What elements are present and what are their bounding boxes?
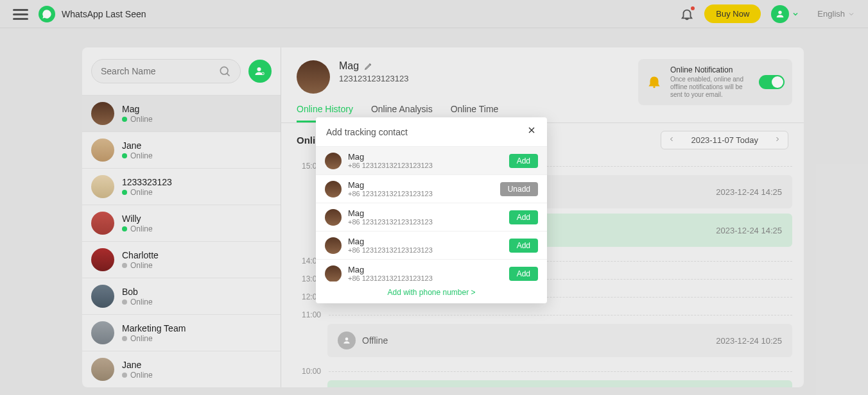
modal-contact-name: Mag — [348, 180, 433, 190]
modal-contact-item: Mag +86 123123132123123123 Add — [316, 203, 547, 231]
modal-contact-name: Mag — [348, 265, 433, 274]
modal-contact-item: Mag +86 123123132123123123 Add — [316, 231, 547, 260]
modal-contact-name: Mag — [348, 152, 433, 162]
add-button[interactable]: Add — [509, 154, 538, 168]
modal-contact-name: Mag — [348, 208, 433, 218]
modal-avatar — [325, 209, 342, 226]
modal-avatar — [325, 181, 342, 198]
modal-contact-item: Mag +86 123123132123123123 Unadd — [316, 175, 547, 203]
modal-avatar — [325, 237, 342, 254]
modal-avatar — [325, 265, 342, 282]
add-button[interactable]: Add — [509, 210, 538, 224]
modal-contact-number: +86 123123132123123123 — [348, 246, 433, 254]
add-button[interactable]: Add — [509, 239, 538, 253]
modal-contact-item: Mag +86 123123132123123123 Add — [316, 147, 547, 175]
modal-contact-number: +86 123123132123123123 — [348, 274, 433, 282]
modal-contact-name: Mag — [348, 237, 433, 246]
modal-contact-item: Mag +86 123123132123123123 Add — [316, 260, 547, 282]
modal-contact-number: +86 123123132123123123 — [348, 162, 433, 169]
add-button[interactable]: Add — [509, 267, 538, 281]
modal-close-button[interactable] — [526, 125, 537, 139]
modal-avatar — [325, 153, 342, 169]
modal-title: Add tracking contact — [326, 127, 408, 137]
modal-list: Mag +86 123123132123123123 Add Mag +86 1… — [316, 147, 547, 282]
unadd-button[interactable]: Unadd — [500, 182, 538, 196]
modal-contact-number: +86 123123132123123123 — [348, 190, 433, 198]
add-with-phone-link[interactable]: Add with phone number > — [387, 288, 475, 297]
close-icon — [526, 125, 537, 135]
modal-contact-number: +86 123123132123123123 — [348, 218, 433, 226]
add-contact-modal: Add tracking contact Mag +86 12312313212… — [316, 117, 547, 303]
